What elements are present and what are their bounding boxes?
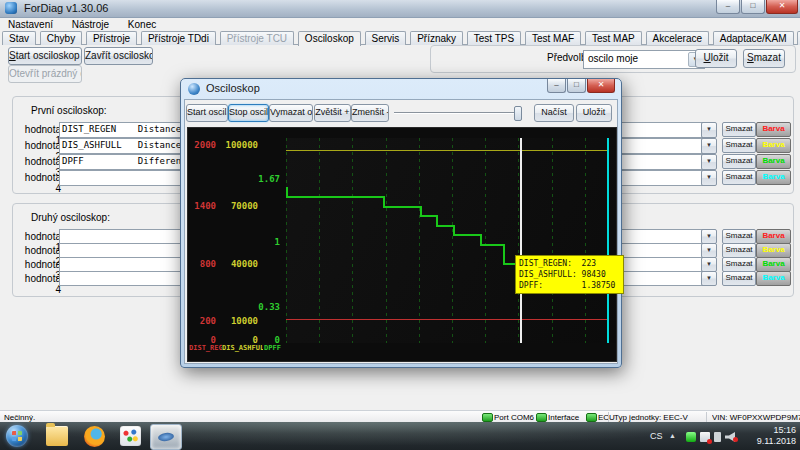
smazat-row-button[interactable]: Smazat: [722, 257, 756, 272]
menu-nastroje[interactable]: Nástroje: [64, 18, 117, 30]
preset-save-button[interactable]: Uložit: [695, 49, 737, 68]
start-osciloskop-button[interactable]: Start osciloskop ...: [8, 47, 82, 65]
axis-tick: 200: [200, 316, 216, 326]
tab-test-maf[interactable]: Test MAF: [525, 31, 581, 45]
tab-adaptace-kam[interactable]: Adaptace/KAM: [713, 31, 794, 45]
taskbar: CS ▲ 15:16 9.11.2018: [0, 422, 800, 450]
zoom-in-button[interactable]: Zvětšit +: [314, 104, 351, 122]
oscilloscope-display: 2000 1400 800 200 0 100000 70000 40000 1…: [187, 127, 617, 362]
audio-muted-badge: [733, 437, 738, 442]
tray-expand-icon[interactable]: ▲: [669, 432, 676, 439]
tab-servis[interactable]: Servis: [365, 31, 407, 45]
explorer-icon[interactable]: [46, 426, 68, 446]
presets-group: Předvolby: oscilo moje ▼ Uložit Smazat: [430, 45, 796, 73]
dialog-minimize-button[interactable]: –: [547, 79, 566, 93]
axis-tick: 0.33: [258, 302, 280, 312]
dropdown-arrow-button[interactable]: ▼: [701, 243, 717, 258]
smazat-row-button[interactable]: Smazat: [722, 170, 756, 185]
tray-device-icon[interactable]: [714, 432, 721, 442]
tab-akcelerace[interactable]: Akcelerace: [646, 31, 709, 45]
otevrit-prazdny-osc-button: Otevřít prázdný osc: [8, 65, 82, 83]
dropdown-arrow-button[interactable]: ▼: [701, 138, 717, 154]
barva-row-button[interactable]: Barva: [756, 243, 791, 258]
close-button[interactable]: ✕: [766, 0, 798, 14]
tab-pristroje-tddi[interactable]: Přístroje TDdi: [141, 31, 216, 45]
firefox-icon[interactable]: [84, 426, 105, 447]
tooltip-line: DPFF: 1.38750: [519, 280, 620, 291]
dropdown-arrow-button[interactable]: ▼: [701, 257, 717, 272]
tab-test-map[interactable]: Test MAP: [585, 31, 642, 45]
statusbar-divider: [706, 412, 707, 422]
tab-pristroje[interactable]: Přístroje: [86, 31, 137, 45]
port-label: Port COM6: [494, 413, 534, 422]
taskbar-clock[interactable]: 15:16 9.11.2018: [757, 425, 796, 447]
smazat-row-button[interactable]: Smazat: [722, 122, 756, 137]
unit-type-label: Typ jednotky: EEC-V: [614, 413, 688, 422]
preset-delete-button[interactable]: Smazat: [743, 49, 785, 68]
stop-oscil-button[interactable]: Stop oscil.: [228, 104, 269, 122]
tray-action-center-icon[interactable]: [700, 432, 710, 442]
window-title: ForDiag v1.30.06: [24, 2, 108, 14]
scope-plot[interactable]: DIST_REGEN: 223 DIS_ASHFULL: 98430 DPFF:…: [286, 138, 616, 343]
zoom-out-button[interactable]: Zmenšit -: [351, 104, 389, 122]
ulozit-button[interactable]: Uložit: [576, 104, 612, 122]
clock-date: 9.11.2018: [757, 436, 796, 447]
dropdown-arrow-button[interactable]: ▼: [701, 229, 717, 244]
tab-pristroje-tcu: Přístroje TCU: [220, 31, 294, 45]
tab-osciloskop[interactable]: Osciloskop: [298, 31, 361, 46]
interface-label: Interface: [548, 413, 579, 422]
smazat-row-button[interactable]: Smazat: [722, 243, 756, 258]
tray-antivirus-icon[interactable]: [686, 432, 696, 442]
barva-row-button[interactable]: Barva: [756, 257, 791, 272]
fordiag-taskbar-button[interactable]: [150, 424, 182, 450]
fordiag-logo-icon: [158, 432, 175, 442]
smazat-row-button[interactable]: Smazat: [722, 229, 756, 244]
start-oscil-button[interactable]: Start oscil.: [186, 104, 228, 122]
series-label-dis-ashfull: DIS_ASHFULL: [222, 344, 263, 353]
preset-combobox[interactable]: oscilo moje ▼: [583, 50, 705, 69]
tab-stav[interactable]: Stav: [2, 31, 36, 45]
barva-row-button[interactable]: Barva: [756, 122, 791, 137]
smazat-row-button[interactable]: Smazat: [722, 271, 756, 286]
slider-thumb[interactable]: [514, 106, 522, 121]
nacist-button[interactable]: Načíst: [534, 104, 574, 122]
barva-row-button[interactable]: Barva: [756, 229, 791, 244]
tab-test-tps[interactable]: Test TPS: [467, 31, 521, 45]
tab-priznaky[interactable]: Příznaky: [410, 31, 463, 45]
zoom-slider[interactable]: [394, 105, 522, 120]
minimize-button[interactable]: –: [716, 0, 740, 14]
menu-konec[interactable]: Konec: [120, 18, 164, 30]
barva-row-button[interactable]: Barva: [756, 154, 791, 169]
status-text: Nečinný.: [4, 413, 35, 422]
dialog-close-button[interactable]: ✕: [587, 79, 615, 93]
dropdown-arrow-button[interactable]: ▼: [701, 154, 717, 170]
language-indicator[interactable]: CS: [650, 431, 663, 441]
axis-tick: 1400: [194, 201, 216, 211]
barva-row-button[interactable]: Barva: [756, 271, 791, 286]
statusbar-divider: [608, 412, 609, 422]
vymazat-oscil-button[interactable]: Vymazat oscil.: [269, 104, 313, 122]
series-label-dpff: DPFF: [264, 344, 288, 353]
paint-icon[interactable]: [120, 426, 141, 446]
window-controls: – □ ✕: [715, 0, 798, 14]
dialog-maximize-button[interactable]: □: [567, 79, 586, 93]
tooltip-line: DIST_REGEN: 223: [519, 258, 620, 269]
dialog-title: Osciloskop: [206, 82, 260, 94]
maximize-button[interactable]: □: [741, 0, 765, 14]
dropdown-arrow-button[interactable]: ▼: [701, 271, 717, 286]
axis-dpff: 1.67 1 0.33 0: [246, 128, 280, 361]
osciloskop-dialog: Osciloskop – □ ✕ Start oscil. Stop oscil…: [180, 78, 622, 368]
smazat-row-button[interactable]: Smazat: [722, 138, 756, 153]
scope-tooltip: DIST_REGEN: 223 DIS_ASHFULL: 98430 DPFF:…: [515, 255, 624, 294]
dropdown-arrow-button[interactable]: ▼: [701, 170, 717, 186]
barva-row-button[interactable]: Barva: [756, 170, 791, 185]
start-button[interactable]: [6, 425, 28, 447]
barva-row-button[interactable]: Barva: [756, 138, 791, 153]
menu-nastaveni[interactable]: Nastavení: [0, 18, 61, 30]
clock-time: 15:16: [757, 425, 796, 436]
dropdown-arrow-button[interactable]: ▼: [701, 122, 717, 138]
smazat-row-button[interactable]: Smazat: [722, 154, 756, 169]
zavrit-osciloskop-button[interactable]: Zavřít osciloskop: [84, 47, 153, 65]
windows-logo-icon: [12, 431, 22, 441]
tab-chyby[interactable]: Chyby: [40, 31, 82, 45]
